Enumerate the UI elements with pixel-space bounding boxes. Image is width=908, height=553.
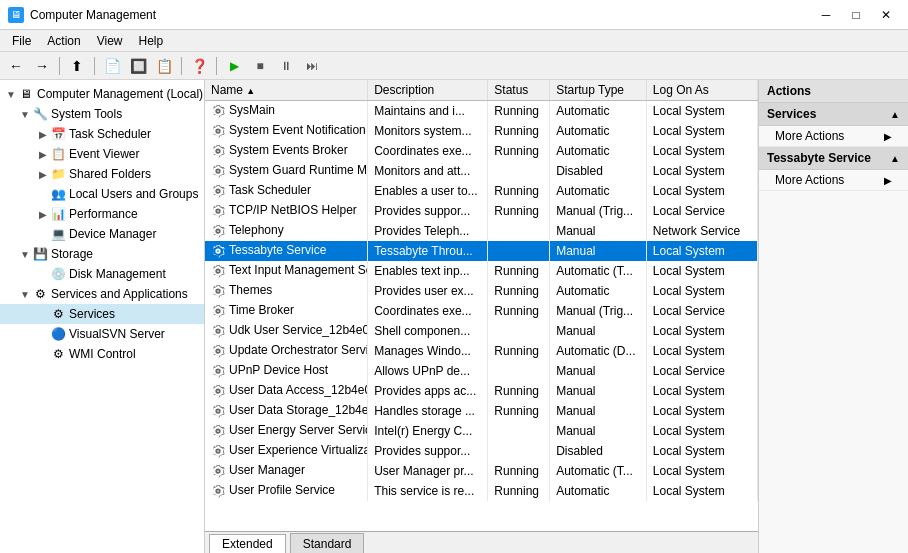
- table-row[interactable]: User Energy Server Service q...Intel(r) …: [205, 421, 758, 441]
- table-row[interactable]: User Experience Virtualizatio...Provides…: [205, 441, 758, 461]
- start-button[interactable]: ▶: [222, 55, 246, 77]
- table-row[interactable]: Update Orchestrator ServiceManages Windo…: [205, 341, 758, 361]
- service-logon-cell: Local System: [646, 461, 757, 481]
- actions-section-services[interactable]: Services ▲: [759, 103, 908, 126]
- col-header-status[interactable]: Status: [488, 80, 550, 101]
- sidebar-item-root[interactable]: ▼ 🖥 Computer Management (Local): [0, 84, 204, 104]
- actions-section-tessabyte[interactable]: Tessabyte Service ▲: [759, 147, 908, 170]
- device-manager-icon: 💻: [50, 226, 66, 242]
- service-name-label: Time Broker: [229, 303, 294, 317]
- service-status-cell: [488, 421, 550, 441]
- back-button[interactable]: ←: [4, 55, 28, 77]
- restart-button[interactable]: ⏭: [300, 55, 324, 77]
- table-row[interactable]: UPnP Device HostAllows UPnP de...ManualL…: [205, 361, 758, 381]
- table-row[interactable]: SysMainMaintains and i...RunningAutomati…: [205, 101, 758, 121]
- tab-bar: Extended Standard: [205, 531, 758, 553]
- services-table-container[interactable]: Name ▲ Description Status Startup Type L…: [205, 80, 758, 531]
- table-row[interactable]: Time BrokerCoordinates exe...RunningManu…: [205, 301, 758, 321]
- table-row[interactable]: System Event Notification S...Monitors s…: [205, 121, 758, 141]
- system-tools-toggle: ▼: [18, 107, 32, 121]
- tab-extended[interactable]: Extended: [209, 534, 286, 553]
- actions-more-actions-tessabyte[interactable]: More Actions ▶: [759, 170, 908, 191]
- table-row[interactable]: User Profile ServiceThis service is re..…: [205, 481, 758, 501]
- shared-folders-icon: 📁: [50, 166, 66, 182]
- menu-view[interactable]: View: [89, 32, 131, 50]
- service-startup-cell: Manual (Trig...: [550, 301, 647, 321]
- service-name-cell: User Experience Virtualizatio...: [205, 441, 368, 461]
- service-gear-icon: [211, 464, 225, 478]
- forward-button[interactable]: →: [30, 55, 54, 77]
- col-header-name[interactable]: Name ▲: [205, 80, 368, 101]
- sidebar-item-storage[interactable]: ▼ 💾 Storage: [0, 244, 204, 264]
- sidebar-item-device-manager[interactable]: 💻 Device Manager: [0, 224, 204, 244]
- toolbar-separator-2: [94, 57, 95, 75]
- services-toggle: [36, 307, 50, 321]
- col-header-logon[interactable]: Log On As: [646, 80, 757, 101]
- root-label: Computer Management (Local): [37, 87, 203, 101]
- console-button[interactable]: 🔲: [126, 55, 150, 77]
- service-logon-cell: Network Service: [646, 221, 757, 241]
- service-gear-icon: [211, 164, 225, 178]
- services-content: Name ▲ Description Status Startup Type L…: [205, 80, 758, 553]
- show-hide-button[interactable]: 📄: [100, 55, 124, 77]
- service-startup-cell: Automatic: [550, 141, 647, 161]
- task-scheduler-label: Task Scheduler: [69, 127, 151, 141]
- service-desc-cell: Enables text inp...: [368, 261, 488, 281]
- help-button[interactable]: ❓: [187, 55, 211, 77]
- maximize-button[interactable]: □: [842, 5, 870, 25]
- wmi-label: WMI Control: [69, 347, 136, 361]
- sidebar-item-services-apps[interactable]: ▼ ⚙ Services and Applications: [0, 284, 204, 304]
- task-scheduler-toggle: ▶: [36, 127, 50, 141]
- service-status-cell: [488, 161, 550, 181]
- visualsvn-icon: 🔵: [50, 326, 66, 342]
- sidebar-item-event-viewer[interactable]: ▶ 📋 Event Viewer: [0, 144, 204, 164]
- menu-help[interactable]: Help: [131, 32, 172, 50]
- service-startup-cell: Automatic: [550, 181, 647, 201]
- wmi-toggle: [36, 347, 50, 361]
- table-row[interactable]: System Guard Runtime Mo...Monitors and a…: [205, 161, 758, 181]
- sidebar-item-disk-management[interactable]: 💿 Disk Management: [0, 264, 204, 284]
- table-row[interactable]: TelephonyProvides Teleph...ManualNetwork…: [205, 221, 758, 241]
- tab-standard[interactable]: Standard: [290, 533, 365, 553]
- sidebar-item-shared-folders[interactable]: ▶ 📁 Shared Folders: [0, 164, 204, 184]
- table-row[interactable]: User Data Storage_12b4e0Handles storage …: [205, 401, 758, 421]
- col-header-startup[interactable]: Startup Type: [550, 80, 647, 101]
- root-toggle: ▼: [4, 87, 18, 101]
- up-button[interactable]: ⬆: [65, 55, 89, 77]
- sidebar-item-task-scheduler[interactable]: ▶ 📅 Task Scheduler: [0, 124, 204, 144]
- new-window-button[interactable]: 📋: [152, 55, 176, 77]
- service-name-label: UPnP Device Host: [229, 363, 328, 377]
- table-row[interactable]: User ManagerUser Manager pr...RunningAut…: [205, 461, 758, 481]
- service-status-cell: Running: [488, 261, 550, 281]
- sidebar-item-wmi[interactable]: ⚙ WMI Control: [0, 344, 204, 364]
- table-row[interactable]: Udk User Service_12b4e0Shell componen...…: [205, 321, 758, 341]
- table-row[interactable]: Text Input Management Ser...Enables text…: [205, 261, 758, 281]
- sidebar-item-performance[interactable]: ▶ 📊 Performance: [0, 204, 204, 224]
- actions-more-actions-services[interactable]: More Actions ▶: [759, 126, 908, 147]
- close-button[interactable]: ✕: [872, 5, 900, 25]
- sidebar-item-system-tools[interactable]: ▼ 🔧 System Tools: [0, 104, 204, 124]
- minimize-button[interactable]: ─: [812, 5, 840, 25]
- table-row[interactable]: Task SchedulerEnables a user to...Runnin…: [205, 181, 758, 201]
- sidebar-item-services[interactable]: ⚙ Services: [0, 304, 204, 324]
- col-header-desc[interactable]: Description: [368, 80, 488, 101]
- service-gear-icon: [211, 364, 225, 378]
- table-row[interactable]: TCP/IP NetBIOS HelperProvides suppor...R…: [205, 201, 758, 221]
- service-name-label: System Events Broker: [229, 143, 348, 157]
- more-actions-tessabyte-label: More Actions: [775, 173, 844, 187]
- stop-button[interactable]: ■: [248, 55, 272, 77]
- table-row[interactable]: User Data Access_12b4e0Provides apps ac.…: [205, 381, 758, 401]
- sidebar-item-visualsvn[interactable]: 🔵 VisualSVN Server: [0, 324, 204, 344]
- table-row[interactable]: System Events BrokerCoordinates exe...Ru…: [205, 141, 758, 161]
- service-name-label: SysMain: [229, 103, 275, 117]
- table-row[interactable]: Tessabyte ServiceTessabyte Throu...Manua…: [205, 241, 758, 261]
- table-header-row: Name ▲ Description Status Startup Type L…: [205, 80, 758, 101]
- table-row[interactable]: ThemesProvides user ex...RunningAutomati…: [205, 281, 758, 301]
- service-status-cell: Running: [488, 101, 550, 121]
- service-status-cell: Running: [488, 341, 550, 361]
- sidebar-item-local-users[interactable]: 👥 Local Users and Groups: [0, 184, 204, 204]
- menu-action[interactable]: Action: [39, 32, 88, 50]
- menu-file[interactable]: File: [4, 32, 39, 50]
- pause-button[interactable]: ⏸: [274, 55, 298, 77]
- service-name-label: Telephony: [229, 223, 284, 237]
